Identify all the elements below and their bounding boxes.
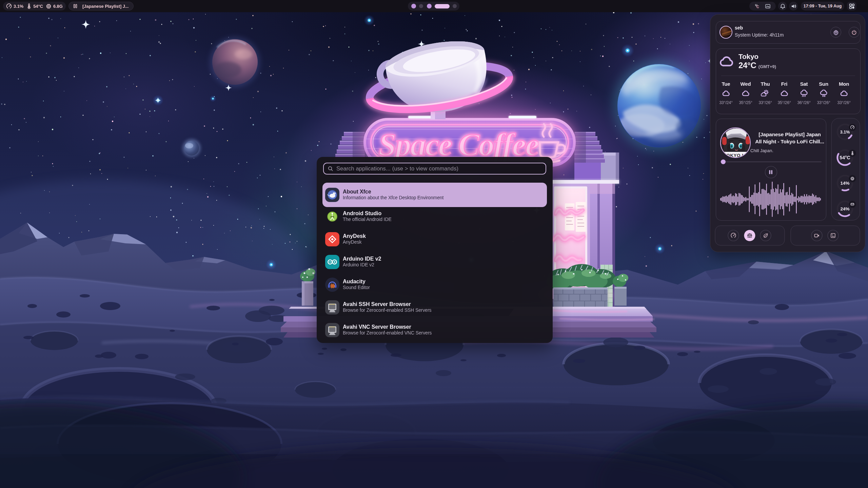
- svg-text:C: C: [756, 5, 759, 9]
